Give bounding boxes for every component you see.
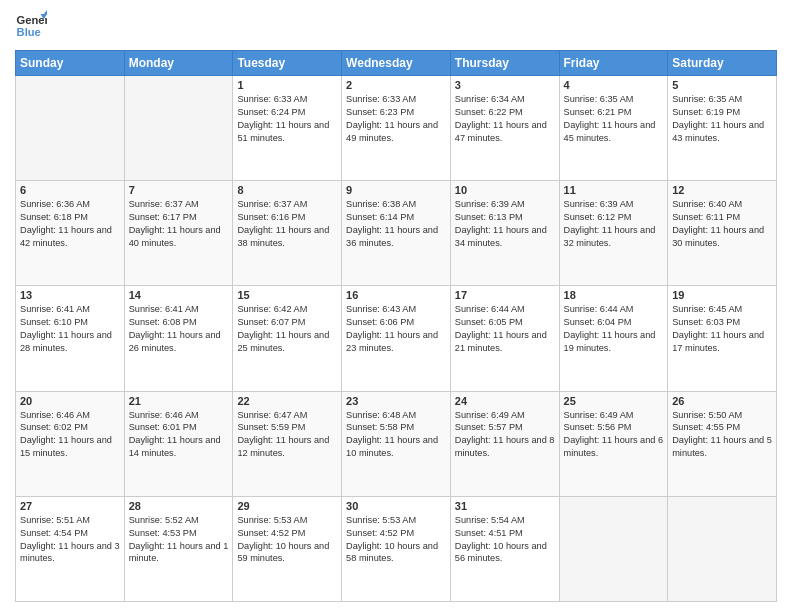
calendar-cell: 5Sunrise: 6:35 AM Sunset: 6:19 PM Daylig… [668, 76, 777, 181]
day-info: Sunrise: 5:51 AM Sunset: 4:54 PM Dayligh… [20, 514, 120, 566]
calendar-cell [559, 496, 668, 601]
calendar-cell: 21Sunrise: 6:46 AM Sunset: 6:01 PM Dayli… [124, 391, 233, 496]
day-info: Sunrise: 6:38 AM Sunset: 6:14 PM Dayligh… [346, 198, 446, 250]
day-info: Sunrise: 6:40 AM Sunset: 6:11 PM Dayligh… [672, 198, 772, 250]
day-number: 28 [129, 500, 229, 512]
day-number: 27 [20, 500, 120, 512]
week-row-4: 20Sunrise: 6:46 AM Sunset: 6:02 PM Dayli… [16, 391, 777, 496]
day-number: 4 [564, 79, 664, 91]
svg-marker-3 [44, 10, 47, 14]
day-number: 30 [346, 500, 446, 512]
logo-icon: General Blue [15, 10, 47, 42]
day-info: Sunrise: 5:54 AM Sunset: 4:51 PM Dayligh… [455, 514, 555, 566]
calendar-cell: 25Sunrise: 6:49 AM Sunset: 5:56 PM Dayli… [559, 391, 668, 496]
day-number: 9 [346, 184, 446, 196]
calendar-cell: 8Sunrise: 6:37 AM Sunset: 6:16 PM Daylig… [233, 181, 342, 286]
calendar-cell [16, 76, 125, 181]
day-info: Sunrise: 6:35 AM Sunset: 6:19 PM Dayligh… [672, 93, 772, 145]
week-row-2: 6Sunrise: 6:36 AM Sunset: 6:18 PM Daylig… [16, 181, 777, 286]
day-info: Sunrise: 6:41 AM Sunset: 6:08 PM Dayligh… [129, 303, 229, 355]
day-number: 17 [455, 289, 555, 301]
day-info: Sunrise: 5:50 AM Sunset: 4:55 PM Dayligh… [672, 409, 772, 461]
day-info: Sunrise: 5:53 AM Sunset: 4:52 PM Dayligh… [346, 514, 446, 566]
day-number: 8 [237, 184, 337, 196]
calendar-cell: 29Sunrise: 5:53 AM Sunset: 4:52 PM Dayli… [233, 496, 342, 601]
calendar-cell: 9Sunrise: 6:38 AM Sunset: 6:14 PM Daylig… [342, 181, 451, 286]
day-number: 26 [672, 395, 772, 407]
calendar-table: SundayMondayTuesdayWednesdayThursdayFrid… [15, 50, 777, 602]
calendar-cell: 23Sunrise: 6:48 AM Sunset: 5:58 PM Dayli… [342, 391, 451, 496]
day-info: Sunrise: 6:34 AM Sunset: 6:22 PM Dayligh… [455, 93, 555, 145]
day-info: Sunrise: 6:36 AM Sunset: 6:18 PM Dayligh… [20, 198, 120, 250]
calendar-cell [668, 496, 777, 601]
calendar-cell: 26Sunrise: 5:50 AM Sunset: 4:55 PM Dayli… [668, 391, 777, 496]
header: General Blue [15, 10, 777, 42]
day-info: Sunrise: 6:46 AM Sunset: 6:02 PM Dayligh… [20, 409, 120, 461]
weekday-header-monday: Monday [124, 51, 233, 76]
day-number: 14 [129, 289, 229, 301]
svg-text:Blue: Blue [17, 26, 41, 38]
calendar-cell: 14Sunrise: 6:41 AM Sunset: 6:08 PM Dayli… [124, 286, 233, 391]
week-row-1: 1Sunrise: 6:33 AM Sunset: 6:24 PM Daylig… [16, 76, 777, 181]
weekday-header-sunday: Sunday [16, 51, 125, 76]
day-info: Sunrise: 6:33 AM Sunset: 6:24 PM Dayligh… [237, 93, 337, 145]
weekday-header-row: SundayMondayTuesdayWednesdayThursdayFrid… [16, 51, 777, 76]
weekday-header-friday: Friday [559, 51, 668, 76]
week-row-3: 13Sunrise: 6:41 AM Sunset: 6:10 PM Dayli… [16, 286, 777, 391]
weekday-header-tuesday: Tuesday [233, 51, 342, 76]
day-info: Sunrise: 6:47 AM Sunset: 5:59 PM Dayligh… [237, 409, 337, 461]
day-number: 2 [346, 79, 446, 91]
calendar-cell: 16Sunrise: 6:43 AM Sunset: 6:06 PM Dayli… [342, 286, 451, 391]
logo: General Blue [15, 10, 51, 42]
day-info: Sunrise: 6:37 AM Sunset: 6:17 PM Dayligh… [129, 198, 229, 250]
day-number: 12 [672, 184, 772, 196]
day-info: Sunrise: 6:46 AM Sunset: 6:01 PM Dayligh… [129, 409, 229, 461]
calendar-cell: 22Sunrise: 6:47 AM Sunset: 5:59 PM Dayli… [233, 391, 342, 496]
day-info: Sunrise: 6:39 AM Sunset: 6:13 PM Dayligh… [455, 198, 555, 250]
calendar-cell: 24Sunrise: 6:49 AM Sunset: 5:57 PM Dayli… [450, 391, 559, 496]
day-info: Sunrise: 6:48 AM Sunset: 5:58 PM Dayligh… [346, 409, 446, 461]
day-info: Sunrise: 6:49 AM Sunset: 5:56 PM Dayligh… [564, 409, 664, 461]
day-number: 15 [237, 289, 337, 301]
day-number: 23 [346, 395, 446, 407]
day-number: 10 [455, 184, 555, 196]
day-number: 20 [20, 395, 120, 407]
calendar-cell: 3Sunrise: 6:34 AM Sunset: 6:22 PM Daylig… [450, 76, 559, 181]
day-number: 3 [455, 79, 555, 91]
calendar-cell: 28Sunrise: 5:52 AM Sunset: 4:53 PM Dayli… [124, 496, 233, 601]
day-number: 25 [564, 395, 664, 407]
day-info: Sunrise: 6:41 AM Sunset: 6:10 PM Dayligh… [20, 303, 120, 355]
calendar-cell: 7Sunrise: 6:37 AM Sunset: 6:17 PM Daylig… [124, 181, 233, 286]
calendar-cell: 17Sunrise: 6:44 AM Sunset: 6:05 PM Dayli… [450, 286, 559, 391]
day-number: 21 [129, 395, 229, 407]
day-number: 5 [672, 79, 772, 91]
weekday-header-thursday: Thursday [450, 51, 559, 76]
day-number: 11 [564, 184, 664, 196]
calendar-cell: 19Sunrise: 6:45 AM Sunset: 6:03 PM Dayli… [668, 286, 777, 391]
calendar-cell: 1Sunrise: 6:33 AM Sunset: 6:24 PM Daylig… [233, 76, 342, 181]
calendar-cell: 18Sunrise: 6:44 AM Sunset: 6:04 PM Dayli… [559, 286, 668, 391]
week-row-5: 27Sunrise: 5:51 AM Sunset: 4:54 PM Dayli… [16, 496, 777, 601]
day-number: 16 [346, 289, 446, 301]
calendar-cell: 31Sunrise: 5:54 AM Sunset: 4:51 PM Dayli… [450, 496, 559, 601]
calendar-cell: 10Sunrise: 6:39 AM Sunset: 6:13 PM Dayli… [450, 181, 559, 286]
day-info: Sunrise: 6:49 AM Sunset: 5:57 PM Dayligh… [455, 409, 555, 461]
calendar-cell: 20Sunrise: 6:46 AM Sunset: 6:02 PM Dayli… [16, 391, 125, 496]
day-number: 1 [237, 79, 337, 91]
page: General Blue SundayMondayTuesdayWednesda… [0, 0, 792, 612]
day-info: Sunrise: 6:39 AM Sunset: 6:12 PM Dayligh… [564, 198, 664, 250]
day-info: Sunrise: 6:35 AM Sunset: 6:21 PM Dayligh… [564, 93, 664, 145]
day-number: 22 [237, 395, 337, 407]
calendar-cell: 15Sunrise: 6:42 AM Sunset: 6:07 PM Dayli… [233, 286, 342, 391]
day-info: Sunrise: 6:37 AM Sunset: 6:16 PM Dayligh… [237, 198, 337, 250]
day-number: 19 [672, 289, 772, 301]
day-number: 18 [564, 289, 664, 301]
calendar-cell [124, 76, 233, 181]
day-info: Sunrise: 5:53 AM Sunset: 4:52 PM Dayligh… [237, 514, 337, 566]
calendar-cell: 11Sunrise: 6:39 AM Sunset: 6:12 PM Dayli… [559, 181, 668, 286]
day-info: Sunrise: 6:42 AM Sunset: 6:07 PM Dayligh… [237, 303, 337, 355]
calendar-cell: 2Sunrise: 6:33 AM Sunset: 6:23 PM Daylig… [342, 76, 451, 181]
weekday-header-wednesday: Wednesday [342, 51, 451, 76]
day-number: 6 [20, 184, 120, 196]
day-info: Sunrise: 6:45 AM Sunset: 6:03 PM Dayligh… [672, 303, 772, 355]
